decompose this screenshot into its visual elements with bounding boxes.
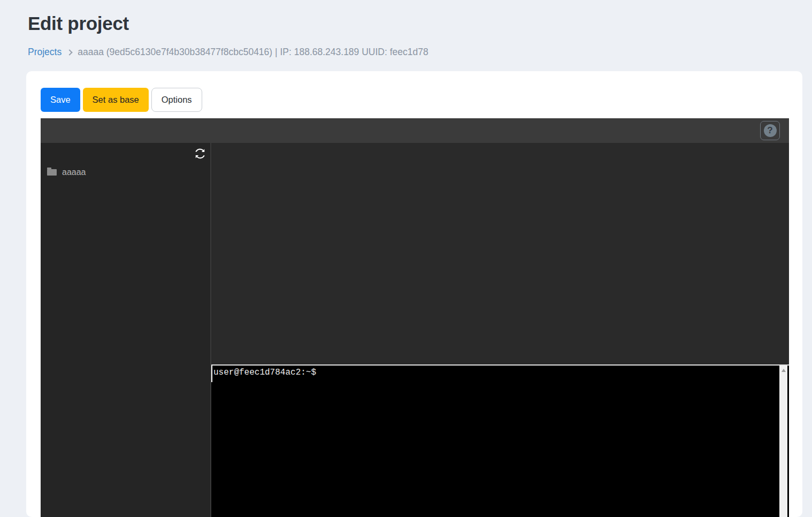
help-button[interactable]: ?	[760, 121, 780, 140]
terminal-scrollbar[interactable]	[779, 366, 787, 517]
save-button[interactable]: Save	[41, 88, 80, 112]
folder-icon	[47, 169, 57, 176]
tree-item-root-folder[interactable]: aaaaa	[45, 166, 88, 178]
breadcrumb-current: aaaaa (9ed5c6130e7f4b30b38477f8cbc50416)…	[78, 47, 428, 58]
ide-panel: ? aaaaa	[41, 118, 789, 517]
breadcrumb: Projects aaaaa (9ed5c6130e7f4b30b38477f8…	[28, 47, 428, 58]
edit-project-page: Edit project Projects aaaaa (9ed5c6130e7…	[0, 0, 812, 517]
terminal-prompt: user@feec1d784ac2:~$	[211, 366, 789, 379]
action-button-row: Save Set as base Options	[41, 88, 202, 112]
question-circle-icon: ?	[764, 124, 777, 137]
refresh-icon	[194, 153, 206, 161]
scroll-up-arrow-icon	[782, 369, 786, 372]
terminal[interactable]: user@feec1d784ac2:~$	[211, 366, 789, 517]
ide-toolbar: ?	[41, 118, 789, 143]
tree-item-label: aaaaa	[62, 168, 86, 177]
ide-body: aaaaa user@feec1d784ac2:~$	[41, 143, 789, 517]
ide-right-panel: user@feec1d784ac2:~$	[211, 143, 789, 517]
editor-area[interactable]	[211, 143, 789, 364]
project-card: Save Set as base Options ?	[26, 71, 802, 517]
chevron-right-icon	[67, 49, 73, 55]
terminal-left-tick	[211, 366, 212, 382]
refresh-button[interactable]	[194, 148, 206, 161]
options-button[interactable]: Options	[151, 88, 202, 112]
breadcrumb-link-projects[interactable]: Projects	[28, 47, 62, 58]
file-tree-sidebar: aaaaa	[41, 143, 211, 517]
set-as-base-button[interactable]: Set as base	[83, 88, 149, 112]
page-title: Edit project	[28, 13, 129, 34]
